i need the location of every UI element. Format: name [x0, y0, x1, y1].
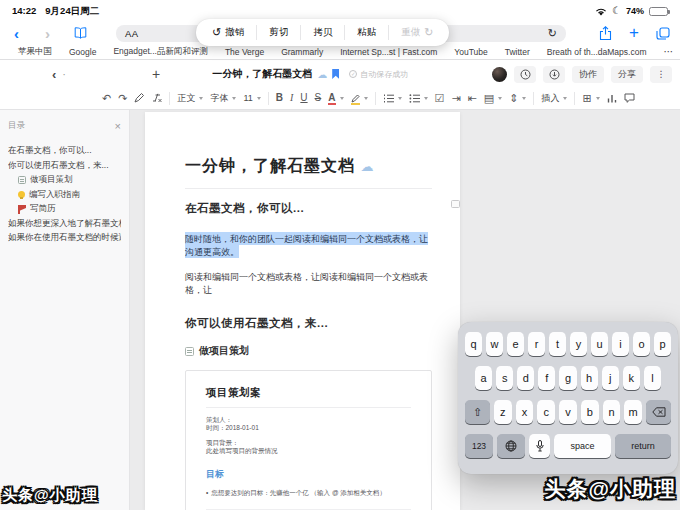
bookmarks-icon[interactable]	[74, 27, 87, 39]
share-icon[interactable]	[599, 26, 612, 41]
outline-item[interactable]: 如果你想更深入地了解石墨文档...	[8, 217, 121, 232]
key-a[interactable]: a	[475, 366, 492, 390]
highlight-button[interactable]	[351, 94, 368, 103]
new-tab-plus-button[interactable]: +	[629, 24, 639, 41]
space-key[interactable]: space	[554, 434, 611, 458]
clear-format-button[interactable]	[151, 93, 162, 103]
outline-item[interactable]: 你可以使用石墨文档，来...	[8, 159, 121, 174]
doc-list-item[interactable]: 做项目策划	[185, 344, 432, 358]
key-w[interactable]: w	[486, 332, 503, 356]
outline-item[interactable]: 在石墨文档，你可以...	[8, 144, 121, 159]
text-color-button[interactable]: A	[328, 93, 343, 103]
outline-item[interactable]: 如果你在使用石墨文档的时候遇到问	[8, 231, 121, 246]
embedded-doc-card[interactable]: 项目策划案 策划人： 时间：2018-01-01 项目背景： 此处填写项目的背景…	[185, 370, 432, 510]
doc-new-button[interactable]: +	[152, 66, 160, 82]
key-q[interactable]: q	[465, 332, 482, 356]
key-x[interactable]: x	[516, 400, 534, 424]
strikethrough-button[interactable]: S	[315, 93, 322, 103]
key-j[interactable]: j	[602, 366, 619, 390]
key-v[interactable]: v	[559, 400, 577, 424]
key-f[interactable]: f	[538, 366, 555, 390]
underline-button[interactable]: U	[300, 93, 307, 103]
undo-menu-button[interactable]: ↺ 撤销	[200, 19, 256, 46]
bookmark-item[interactable]: Breath of th...daMaps.com	[547, 47, 647, 57]
backspace-key[interactable]	[646, 400, 671, 424]
bookmark-item[interactable]: Grammarly	[281, 47, 323, 57]
key-y[interactable]: y	[570, 332, 587, 356]
outline-item[interactable]: 做项目策划	[8, 173, 121, 188]
reload-button[interactable]: ↻	[548, 28, 557, 39]
key-p[interactable]: p	[654, 332, 671, 356]
return-key[interactable]: return	[615, 434, 671, 458]
italic-button[interactable]: I	[290, 93, 293, 103]
paste-menu-button[interactable]: 粘贴	[345, 19, 388, 46]
redo-button[interactable]: ↷	[118, 93, 127, 104]
comment-button[interactable]	[624, 93, 635, 103]
collaborate-button[interactable]: 协作	[572, 66, 604, 83]
doc-back-button[interactable]: ‹	[52, 67, 56, 82]
insert-dropdown[interactable]: 插入	[541, 94, 567, 103]
bookmark-item[interactable]: Engadget...品新闻和评测	[113, 46, 207, 58]
reader-aa-button[interactable]: AA	[125, 28, 139, 39]
key-b[interactable]: b	[581, 400, 599, 424]
indent-decrease-button[interactable]: ⇤	[468, 93, 477, 104]
selection-start-handle[interactable]	[184, 225, 186, 235]
bookmark-item[interactable]: The Verge	[225, 47, 264, 57]
copy-menu-button[interactable]: 拷贝	[301, 19, 344, 46]
key-u[interactable]: u	[591, 332, 608, 356]
checklist-button[interactable]: ☑	[435, 93, 445, 104]
bold-button[interactable]: B	[276, 93, 283, 103]
forward-button[interactable]: ›	[41, 26, 54, 41]
back-button[interactable]: ‹	[10, 26, 23, 41]
key-i[interactable]: i	[612, 332, 629, 356]
tabs-icon[interactable]	[656, 27, 670, 40]
doc-paragraph[interactable]: 阅读和编辑同一个文档或表格，让阅读和编辑同一个文档或表格，让	[185, 271, 432, 297]
style-dropdown[interactable]: 正文	[177, 94, 203, 103]
share-button[interactable]: 分享	[611, 66, 643, 83]
selection-end-handle[interactable]	[436, 231, 438, 241]
selected-paragraph[interactable]: 随时随地，和你的团队一起阅读和编辑同一个文档或表格，让沟通更高效。	[185, 232, 433, 258]
bookmarks-overflow-button[interactable]: ⋯	[663, 46, 673, 57]
bookmark-item[interactable]: Internet Sp...st | Fast.com	[340, 47, 437, 57]
key-e[interactable]: e	[507, 332, 524, 356]
indent-increase-button[interactable]: ⇥	[451, 93, 460, 104]
table-button[interactable]: ⊞	[582, 93, 599, 104]
key-g[interactable]: g	[559, 366, 576, 390]
bookmark-item[interactable]: Twitter	[505, 47, 530, 57]
key-n[interactable]: n	[603, 400, 621, 424]
key-l[interactable]: l	[644, 366, 661, 390]
ordered-list-button[interactable]	[383, 94, 402, 103]
bookmark-item[interactable]: Google	[69, 47, 96, 57]
size-dropdown[interactable]: 11	[243, 94, 260, 103]
bookmark-flag-icon[interactable]	[332, 69, 339, 79]
chart-button[interactable]	[607, 94, 617, 103]
key-r[interactable]: r	[528, 332, 545, 356]
shift-key[interactable]: ⇧	[465, 400, 490, 424]
key-k[interactable]: k	[623, 366, 640, 390]
cut-menu-button[interactable]: 剪切	[257, 19, 300, 46]
dictation-mic-key[interactable]	[529, 434, 550, 458]
numbers-key[interactable]: 123	[465, 434, 493, 458]
key-h[interactable]: h	[581, 366, 598, 390]
key-c[interactable]: c	[537, 400, 555, 424]
font-dropdown[interactable]: 字体	[210, 94, 236, 103]
close-icon[interactable]: ×	[115, 121, 121, 132]
document-page[interactable]: 一分钟，了解石墨文档 ☁ 在石墨文档，你可以... 随时随地，和你的团队一起阅读…	[145, 112, 460, 510]
undo-button[interactable]: ↶	[102, 93, 111, 104]
format-painter-button[interactable]	[134, 93, 144, 103]
comment-indicator-icon[interactable]	[451, 200, 460, 208]
key-t[interactable]: t	[549, 332, 566, 356]
key-s[interactable]: s	[496, 366, 513, 390]
align-button[interactable]: ▤	[484, 93, 502, 104]
globe-key[interactable]	[497, 434, 525, 458]
key-d[interactable]: d	[517, 366, 534, 390]
key-m[interactable]: m	[624, 400, 642, 424]
bookmark-item[interactable]: 苹果中国	[18, 46, 52, 58]
key-o[interactable]: o	[633, 332, 650, 356]
avatar[interactable]	[492, 67, 507, 82]
line-spacing-button[interactable]: ⇕	[509, 93, 526, 104]
bullet-list-button[interactable]	[409, 94, 428, 103]
key-z[interactable]: z	[494, 400, 512, 424]
outline-item[interactable]: 编写入职指南	[8, 188, 121, 203]
history-button[interactable]	[514, 66, 536, 83]
